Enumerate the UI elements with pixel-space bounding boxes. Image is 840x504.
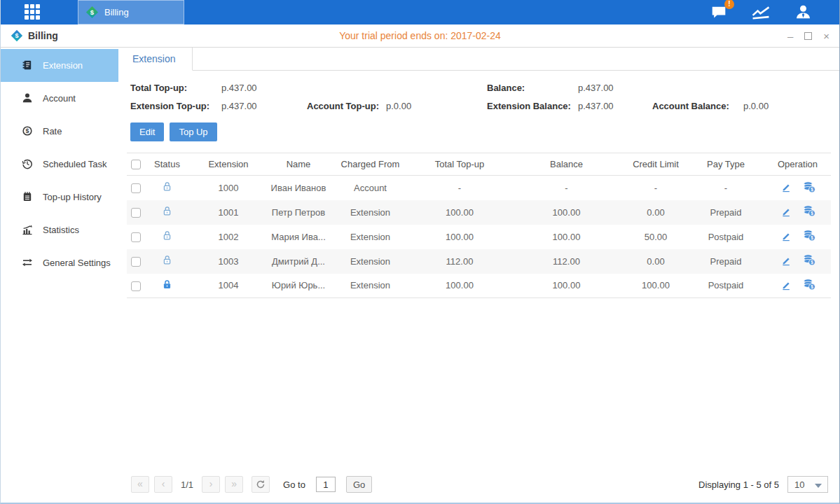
sidebar-nav: ExtensionAccount$RateScheduled TaskTop-u…: [1, 48, 118, 503]
extension-cell: 1002: [190, 225, 267, 249]
select-all-checkbox[interactable]: [131, 160, 141, 169]
trial-notice: Your trial period ends on: 2017-02-24: [1, 30, 839, 41]
column-header: Status: [144, 153, 190, 176]
name-cell: Мария Ива...: [267, 225, 330, 249]
table-footer: « ‹ 1/1 › » Go to Go Di: [127, 469, 829, 500]
sidebar-item-top-up-history[interactable]: Top-up History: [1, 181, 118, 214]
edit-button[interactable]: Edit: [130, 122, 164, 141]
extension-cell: 1003: [190, 249, 267, 274]
topup-coins-icon[interactable]: $: [803, 279, 815, 290]
minimize-icon[interactable]: –: [787, 31, 793, 41]
close-icon[interactable]: ×: [823, 31, 829, 41]
edit-pencil-icon[interactable]: [780, 206, 792, 217]
edit-pencil-icon[interactable]: [780, 230, 792, 241]
row-checkbox[interactable]: [131, 232, 141, 242]
displaying-info: Displaying 1 - 5 of 5: [698, 479, 779, 490]
topup-coins-icon[interactable]: $: [803, 181, 815, 193]
next-page-button[interactable]: ›: [202, 476, 220, 493]
monitor-chart-icon[interactable]: [750, 4, 772, 22]
app-tab-billing[interactable]: $ Billing: [78, 0, 184, 24]
row-checkbox[interactable]: [131, 257, 141, 267]
refresh-button[interactable]: [252, 476, 270, 493]
edit-pencil-icon[interactable]: [780, 181, 792, 192]
sidebar-item-label: Scheduled Task: [43, 159, 107, 169]
svg-text:$: $: [811, 187, 813, 192]
goto-label: Go to: [283, 479, 305, 490]
balance-cell: 112.00: [509, 249, 624, 274]
charged-from-cell: Extension: [330, 225, 411, 249]
svg-text:$: $: [15, 32, 18, 39]
pay-type-cell: Prepaid: [687, 249, 764, 274]
column-header: Extension: [190, 153, 267, 176]
first-page-button[interactable]: «: [131, 476, 149, 493]
account-topup-value: p.0.00: [386, 101, 411, 111]
charged-from-cell: Account: [330, 176, 411, 200]
tab-extension[interactable]: Extension: [118, 48, 193, 71]
sidebar-item-extension[interactable]: Extension: [1, 49, 118, 82]
unlocked-icon: [162, 255, 172, 265]
column-header: Total Top-up: [411, 153, 509, 176]
credit-limit-cell: 0.00: [624, 200, 687, 225]
go-button[interactable]: Go: [346, 476, 372, 493]
row-checkbox[interactable]: [131, 208, 141, 218]
maximize-icon[interactable]: [804, 32, 812, 40]
table-body: 1000Иван ИвановAccount----$1001Петр Петр…: [127, 176, 831, 298]
svg-text:$: $: [811, 284, 813, 290]
sidebar-item-account[interactable]: Account: [1, 82, 118, 115]
prev-page-button[interactable]: ‹: [154, 476, 172, 493]
extension-cell: 1000: [190, 176, 267, 200]
svg-text:$: $: [25, 127, 29, 134]
messages-icon[interactable]: !: [708, 4, 730, 22]
page-size-select[interactable]: 10: [787, 476, 828, 493]
tab-strip: Extension: [118, 48, 839, 71]
window-title: Billing: [28, 30, 58, 41]
table-row: 1003Дмитрий Д...Extension112.00112.000.0…: [127, 249, 831, 274]
balance-cell: -: [509, 176, 624, 200]
topup-coins-icon[interactable]: $: [803, 254, 815, 266]
extension-topup-value: p.437.00: [221, 101, 257, 111]
apps-grid-icon[interactable]: [25, 4, 48, 21]
sidebar-item-label: General Settings: [43, 258, 111, 268]
billing-diamond-icon: $: [85, 6, 99, 19]
user-account-icon[interactable]: [792, 4, 814, 22]
balance-cell: 100.00: [509, 274, 624, 298]
sidebar-item-statistics[interactable]: Statistics: [1, 214, 118, 246]
row-checkbox[interactable]: [131, 183, 141, 193]
edit-pencil-icon[interactable]: [780, 255, 792, 266]
credit-limit-cell: 50.00: [624, 225, 687, 249]
system-topbar: $ Billing !: [1, 0, 839, 24]
unlocked-icon: [162, 206, 172, 216]
billing-window-icon: $: [11, 29, 23, 42]
balance-cell: 100.00: [509, 225, 624, 249]
extension-cell: 1004: [190, 274, 267, 298]
edit-pencil-icon[interactable]: [780, 279, 792, 290]
user-icon: [22, 92, 34, 104]
table-header-row: StatusExtensionNameCharged FromTotal Top…: [127, 153, 831, 176]
balance-summary: Total Top-up:p.437.00 Balance:p.437.00 E…: [130, 83, 829, 111]
svg-text:$: $: [811, 235, 813, 241]
sidebar-item-rate[interactable]: $Rate: [1, 115, 118, 148]
sidebar-item-general-settings[interactable]: General Settings: [1, 246, 118, 279]
last-page-button[interactable]: »: [225, 476, 243, 493]
main-content: Extension Total Top-up:p.437.00 Balance:…: [118, 48, 839, 503]
svg-text:$: $: [811, 260, 813, 265]
sidebar-item-scheduled-task[interactable]: Scheduled Task: [1, 148, 118, 181]
topup-coins-icon[interactable]: $: [803, 230, 815, 241]
total-topup-cell: 100.00: [411, 274, 509, 298]
page-size-value: 10: [794, 479, 804, 490]
notification-badge: !: [724, 0, 734, 9]
row-checkbox[interactable]: [131, 281, 141, 291]
column-header: Operation: [764, 153, 831, 176]
topup-coins-icon[interactable]: $: [803, 205, 815, 217]
account-balance-label: Account Balance:: [652, 101, 743, 111]
extension-balance-value: p.437.00: [578, 101, 614, 111]
pay-type-cell: Postpaid: [687, 225, 764, 249]
pay-type-cell: -: [687, 176, 764, 200]
total-topup-cell: 112.00: [411, 249, 509, 274]
column-header: Name: [267, 153, 330, 176]
page-info: 1/1: [181, 479, 193, 490]
credit-limit-cell: 100.00: [624, 274, 687, 298]
locked-icon: [162, 279, 172, 290]
top-up-button[interactable]: Top Up: [170, 122, 216, 141]
goto-page-input[interactable]: [316, 477, 336, 492]
